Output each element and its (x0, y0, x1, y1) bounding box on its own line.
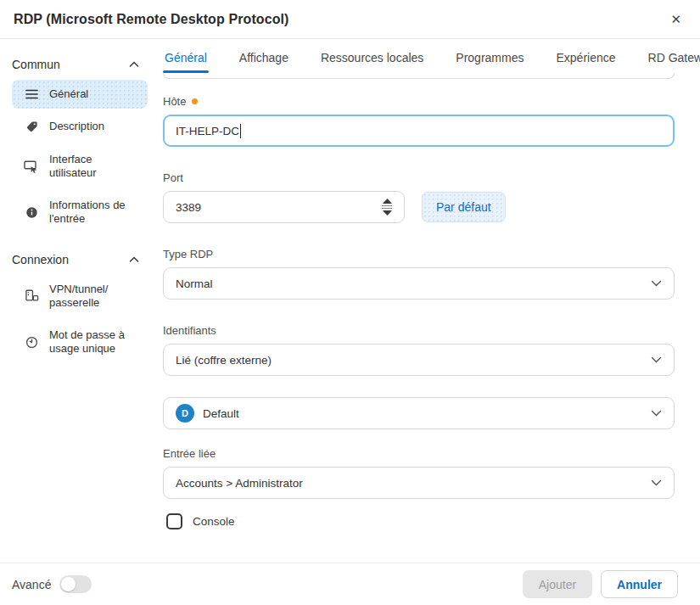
clock-icon (24, 336, 39, 349)
tab-bar: Général Affichage Ressources locales Pro… (154, 39, 700, 73)
dialog-header: RDP (Microsoft Remote Desktop Protocol) … (0, 0, 700, 39)
sidebar-item-entry-info[interactable]: Informations de l'entrée (12, 191, 148, 234)
sidebar-section-common-label: Commun (12, 58, 60, 71)
rdp-type-value: Normal (176, 277, 213, 290)
sidebar-item-label: Description (49, 120, 104, 133)
main-panel: Général Affichage Ressources locales Pro… (154, 39, 700, 563)
spinner-up-icon (383, 199, 392, 204)
vpn-tunnel-icon (24, 289, 39, 302)
linked-entry-label: Entrée liée (163, 447, 675, 460)
chevron-down-icon (651, 410, 662, 417)
general-form: Hôte IT-HELP-DC Port 3389 (154, 73, 700, 563)
credentials-select[interactable]: Lié (coffre externe) (163, 344, 675, 376)
console-option: Console (163, 513, 675, 529)
sidebar-section-connection-label: Connexion (12, 253, 69, 266)
monitor-cursor-icon (24, 160, 39, 173)
credentials-value: Lié (coffre externe) (176, 354, 272, 367)
sidebar-item-otp[interactable]: Mot de passe à usage unique (12, 321, 148, 364)
tab-rd-gateway[interactable]: RD Gateway (647, 51, 700, 73)
rdp-type-label: Type RDP (163, 248, 675, 260)
chevron-up-icon (129, 256, 139, 263)
host-value: IT-HELP-DC (176, 125, 239, 137)
linked-entry-value: Accounts > Administrator (176, 477, 303, 490)
credential-source-value: Default (203, 407, 239, 420)
close-icon[interactable]: ✕ (667, 9, 685, 29)
cancel-button[interactable]: Annuler (601, 570, 678, 598)
tab-general[interactable]: Général (163, 51, 209, 73)
tab-programs[interactable]: Programmes (454, 51, 525, 73)
dialog-title: RDP (Microsoft Remote Desktop Protocol) (14, 12, 289, 27)
sidebar-item-vpn-tunnel[interactable]: VPN/tunnel/ passerelle (12, 275, 148, 318)
sidebar-section-common[interactable]: Commun (12, 54, 148, 80)
rdp-entry-dialog: RDP (Microsoft Remote Desktop Protocol) … (0, 0, 700, 605)
sidebar-item-label: Interface utilisateur (49, 153, 141, 181)
chevron-down-icon (651, 280, 662, 287)
linked-entry-select[interactable]: Accounts > Administrator (163, 467, 675, 499)
chevron-down-icon (651, 356, 662, 363)
credentials-label: Identifiants (163, 324, 675, 337)
chevron-down-icon (651, 479, 662, 486)
port-label: Port (163, 171, 675, 184)
advanced-label: Avancé (12, 578, 51, 591)
settings-sidebar: Commun Général Description (0, 39, 154, 563)
port-spinner[interactable] (382, 199, 392, 216)
sidebar-item-label: Général (49, 87, 88, 101)
port-input[interactable]: 3389 (163, 191, 405, 223)
tab-experience[interactable]: Expérience (554, 51, 617, 73)
port-value: 3389 (176, 201, 201, 214)
tag-icon (24, 120, 39, 133)
toggle-knob (61, 577, 76, 591)
sidebar-item-description[interactable]: Description (12, 112, 148, 141)
tab-local-resources[interactable]: Ressources locales (319, 51, 425, 73)
info-icon (24, 206, 39, 219)
sidebar-item-label: VPN/tunnel/ passerelle (49, 283, 141, 311)
credential-source-select[interactable]: D Default (163, 397, 675, 429)
required-indicator (192, 98, 198, 104)
console-checkbox[interactable] (166, 513, 182, 529)
tab-display[interactable]: Affichage (238, 51, 290, 73)
vault-avatar: D (176, 404, 194, 423)
spinner-down-icon (383, 210, 392, 216)
advanced-toggle[interactable] (59, 575, 92, 593)
hamburger-icon (24, 89, 39, 99)
sidebar-item-label: Informations de l'entrée (49, 199, 141, 227)
text-caret (240, 124, 241, 138)
sidebar-item-label: Mot de passe à usage unique (49, 328, 141, 356)
sidebar-item-user-interface[interactable]: Interface utilisateur (12, 145, 148, 188)
scrolled-field-remnant (163, 73, 675, 79)
rdp-type-select[interactable]: Normal (163, 267, 675, 300)
host-label: Hôte (163, 95, 675, 108)
add-button[interactable]: Ajouter (523, 570, 592, 598)
host-input[interactable]: IT-HELP-DC (163, 115, 675, 147)
sidebar-section-connection[interactable]: Connexion (12, 249, 148, 275)
dialog-footer: Avancé Ajouter Annuler (0, 563, 700, 605)
chevron-up-icon (129, 61, 139, 68)
console-label: Console (193, 515, 235, 528)
sidebar-item-general[interactable]: Général (12, 80, 148, 109)
port-default-button[interactable]: Par défaut (422, 192, 506, 222)
